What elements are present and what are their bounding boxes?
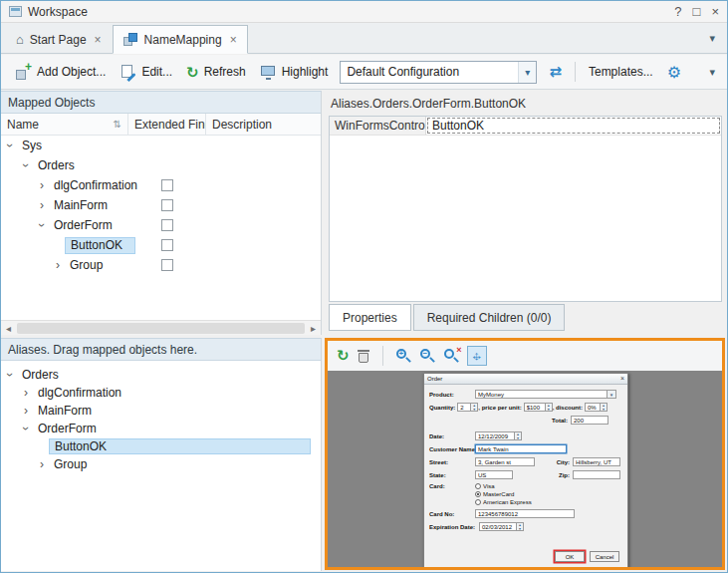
add-object-button[interactable]: + Add Object... — [9, 61, 112, 84]
configuration-select[interactable]: Default Configuration ▾ — [340, 61, 537, 84]
zoom-in-icon[interactable]: + — [395, 348, 412, 365]
spinner-icon: ▴▾ — [601, 403, 607, 412]
help-button[interactable]: ? — [674, 4, 681, 19]
close-tab-icon[interactable]: × — [95, 33, 102, 47]
alias-item-orders[interactable]: › Orders — [1, 366, 321, 384]
alias-item-buttonok[interactable]: ButtonOK — [1, 437, 321, 455]
titlebar: Workspace ? □ × — [1, 1, 727, 23]
chevron-expanded-icon[interactable]: › — [35, 218, 49, 232]
highlight-label: Highlight — [282, 65, 329, 79]
tree-item-group[interactable]: › Group — [1, 255, 321, 275]
close-tab-icon[interactable]: × — [230, 33, 237, 47]
expiration-field: 02/03/2012 — [479, 522, 517, 531]
quantity-label: Quantity: — [429, 405, 455, 411]
update-mapping-button[interactable]: ⇄ — [543, 60, 568, 84]
tree-item-mainform[interactable]: › MainForm — [1, 195, 321, 215]
chevron-expanded-icon[interactable]: › — [19, 158, 33, 172]
total-row: Total: 200 — [429, 416, 622, 425]
customer-name-label: Customer Name: — [429, 446, 475, 452]
scroll-left-icon[interactable]: ◂ — [1, 323, 16, 334]
templates-button[interactable]: Templates... — [583, 62, 659, 82]
maximize-button[interactable]: □ — [693, 4, 701, 19]
tab-start-page-label: Start Page — [30, 33, 87, 47]
sync-configuration-icon: ⇄ — [549, 63, 562, 81]
extended-find-checkbox[interactable] — [161, 199, 173, 211]
price-label: , price per unit: — [478, 405, 521, 411]
refresh-button[interactable]: ↻ Refresh — [180, 61, 252, 84]
edit-button[interactable]: Edit... — [114, 61, 178, 84]
settings-button[interactable]: ⚙ — [661, 60, 687, 85]
alias-item-orderform[interactable]: › OrderForm — [1, 420, 321, 437]
column-header-name[interactable]: Name ⇅ — [1, 114, 128, 135]
close-button[interactable]: × — [711, 4, 719, 19]
object-image-preview-panel: ↻ + − × ↔↕ Order × — [325, 338, 725, 570]
window-title: Workspace — [28, 5, 88, 19]
toolbar-overflow-icon[interactable]: ▾ — [709, 66, 719, 79]
tree-item-orders[interactable]: › Orders — [1, 155, 321, 175]
spinner-icon: ▴▾ — [471, 403, 478, 412]
tree-item-sys[interactable]: › Sys — [1, 136, 321, 155]
table-row[interactable]: WinFormsContro ButtonOK — [330, 117, 721, 136]
street-field: 3, Garden st — [475, 457, 535, 466]
highlight-icon — [260, 64, 277, 81]
extended-find-checkbox[interactable] — [161, 239, 173, 251]
refresh-image-icon[interactable]: ↻ — [337, 347, 350, 365]
alias-item-mainform[interactable]: › MainForm — [1, 402, 321, 420]
column-header-extended-find[interactable]: Extended Find — [128, 114, 206, 135]
mapped-objects-panel: Mapped Objects Name ⇅ Extended Find Desc… — [1, 91, 322, 335]
extended-find-checkbox[interactable] — [161, 219, 173, 231]
chevron-expanded-icon[interactable]: › — [19, 422, 33, 435]
extended-find-checkbox[interactable] — [161, 179, 173, 191]
tree-item-orderform[interactable]: › OrderForm — [1, 215, 321, 235]
mapped-objects-title: Mapped Objects — [8, 96, 95, 110]
delete-image-icon[interactable] — [357, 350, 370, 363]
tree-item-buttonok[interactable]: ButtonOK — [1, 235, 321, 255]
object-name-value[interactable]: ButtonOK — [427, 118, 720, 134]
chevron-collapsed-icon[interactable]: › — [35, 198, 49, 212]
chevron-down-icon[interactable]: ▾ — [518, 62, 536, 83]
zoom-cancel-icon[interactable]: × — [443, 348, 460, 365]
extended-find-checkbox[interactable] — [161, 259, 173, 271]
radio-visa: Visa — [475, 483, 532, 489]
pan-mode-icon[interactable]: ↔↕ — [467, 346, 487, 366]
horizontal-scrollbar[interactable]: ◂ ▸ — [1, 320, 321, 335]
chevron-collapsed-icon[interactable]: › — [51, 258, 65, 272]
customer-row: Customer Name: Mark Twain — [429, 444, 622, 453]
card-no-field: 123456789012 — [475, 509, 575, 518]
refresh-icon: ↻ — [186, 64, 199, 81]
zoom-out-icon[interactable]: − — [419, 348, 436, 365]
document-tabbar: ⌂ Start Page × NameMapping × ▾ — [1, 23, 727, 54]
order-close-icon: × — [620, 374, 624, 384]
quantity-row: Quantity: 2 ▴▾ , price per unit: $100 ▴▾… — [429, 403, 622, 412]
object-name-cell[interactable]: ButtonOK — [426, 117, 721, 135]
alias-item-group[interactable]: › Group — [1, 455, 321, 473]
price-field: $100 — [524, 403, 546, 412]
scroll-right-icon[interactable]: ▸ — [306, 323, 321, 334]
aliases-title: Aliases. Drag mapped objects here. — [8, 343, 197, 357]
quantity-field: 2 — [457, 403, 471, 412]
mapped-objects-header: Mapped Objects — [1, 92, 321, 114]
tree-item-dlgconfirmation[interactable]: › dlgConfirmation — [1, 175, 321, 195]
tab-overflow-icon[interactable]: ▾ — [709, 32, 715, 45]
chevron-expanded-icon[interactable]: › — [3, 139, 17, 152]
tab-namemapping[interactable]: NameMapping × — [113, 25, 248, 54]
chevron-collapsed-icon[interactable]: › — [35, 178, 49, 192]
tab-properties[interactable]: Properties — [329, 304, 411, 331]
highlight-button[interactable]: Highlight — [254, 61, 335, 84]
tab-start-page[interactable]: ⌂ Start Page × — [5, 26, 113, 53]
scrollbar-thumb[interactable] — [17, 323, 305, 334]
chevron-collapsed-icon[interactable]: › — [35, 457, 49, 471]
alias-item-dlgconfirmation[interactable]: › dlgConfirmation — [1, 384, 321, 402]
tab-required-children[interactable]: Required Children (0/0) — [413, 304, 566, 331]
sort-icon[interactable]: ⇅ — [114, 119, 121, 130]
add-object-icon: + — [15, 64, 32, 81]
city-label: City: — [557, 459, 570, 465]
gear-icon: ⚙ — [667, 63, 681, 82]
chevron-collapsed-icon[interactable]: › — [19, 386, 33, 400]
column-header-description[interactable]: Description — [206, 114, 321, 135]
toolbar-separator — [575, 62, 576, 82]
chevron-collapsed-icon[interactable]: › — [19, 404, 33, 418]
chevron-expanded-icon[interactable]: › — [3, 368, 17, 382]
cancel-button: Cancel — [590, 551, 619, 562]
preview-canvas: Order × Product: MyMoney ▾ Quantity: 2 ▴… — [328, 371, 722, 567]
